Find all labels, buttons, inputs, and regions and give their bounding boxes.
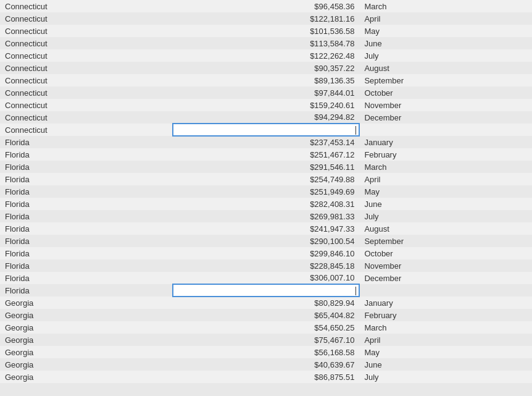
month-cell: July (359, 371, 532, 383)
amount-cell: $94,294.82 (173, 111, 360, 124)
table-row: Florida$299,846.10October (0, 247, 532, 259)
state-cell: Georgia (0, 371, 173, 383)
amount-cell-highlighted[interactable] (173, 124, 360, 136)
state-cell: Florida (0, 198, 173, 210)
state-cell: Georgia (0, 297, 173, 309)
amount-cell: $228,845.18 (173, 259, 360, 272)
table-row: Florida$237,453.14January (0, 136, 532, 148)
month-cell: November (359, 259, 532, 272)
amount-cell: $75,467.10 (173, 334, 360, 346)
month-cell: June (359, 198, 532, 210)
state-cell: Connecticut (0, 49, 173, 62)
amount-cell: $56,168.58 (173, 346, 360, 358)
state-cell: Georgia (0, 346, 173, 358)
month-cell (359, 284, 532, 297)
table-row: Connecticut$113,584.78June (0, 37, 532, 49)
table-row: Georgia$86,875.51July (0, 371, 532, 383)
table-row: Connecticut$101,536.58May (0, 25, 532, 37)
month-cell: June (359, 37, 532, 49)
table-row: Georgia$75,467.10April (0, 334, 532, 346)
amount-cell: $306,007.10 (173, 272, 360, 284)
amount-cell: $122,181.16 (173, 12, 360, 25)
data-table: Connecticut$96,458.36MarchConnecticut$12… (0, 0, 532, 383)
state-cell: Connecticut (0, 37, 173, 49)
amount-cell: $254,749.88 (173, 173, 360, 185)
month-cell: March (359, 161, 532, 173)
amount-cell: $86,875.51 (173, 371, 360, 383)
state-cell: Georgia (0, 309, 173, 321)
month-cell: December (359, 272, 532, 284)
state-cell: Florida (0, 222, 173, 235)
amount-cell: $269,981.33 (173, 210, 360, 222)
amount-cell: $65,404.82 (173, 309, 360, 321)
table-row: Florida$282,408.31June (0, 198, 532, 210)
month-cell: January (359, 136, 532, 148)
amount-cell: $291,546.11 (173, 161, 360, 173)
state-cell: Connecticut (0, 62, 173, 74)
amount-cell: $90,357.22 (173, 62, 360, 74)
month-cell: February (359, 309, 532, 321)
amount-cell-highlighted[interactable] (173, 284, 360, 297)
month-cell: June (359, 358, 532, 371)
amount-cell: $122,262.48 (173, 49, 360, 62)
state-cell: Florida (0, 272, 173, 284)
table-row: Connecticut$90,357.22August (0, 62, 532, 74)
table-row: Florida$269,981.33July (0, 210, 532, 222)
table-row: Florida$251,467.12February (0, 148, 532, 161)
month-cell: August (359, 222, 532, 235)
state-cell: Connecticut (0, 86, 173, 99)
state-cell: Florida (0, 259, 173, 272)
table-row: Connecticut (0, 124, 532, 136)
table-row: Florida$306,007.10December (0, 272, 532, 284)
table-row: Connecticut$96,458.36March (0, 0, 532, 12)
month-cell: January (359, 297, 532, 309)
state-cell: Florida (0, 173, 173, 185)
amount-cell: $241,947.33 (173, 222, 360, 235)
state-cell: Florida (0, 284, 173, 297)
table-row: Florida$228,845.18November (0, 259, 532, 272)
month-cell (359, 124, 532, 136)
month-cell: May (359, 185, 532, 198)
state-cell: Florida (0, 161, 173, 173)
state-cell: Florida (0, 148, 173, 161)
state-cell: Connecticut (0, 25, 173, 37)
amount-cell: $96,458.36 (173, 0, 360, 12)
state-cell: Florida (0, 235, 173, 247)
table-row: Connecticut$122,262.48July (0, 49, 532, 62)
amount-cell: $282,408.31 (173, 198, 360, 210)
amount-cell: $101,536.58 (173, 25, 360, 37)
month-cell: July (359, 49, 532, 62)
amount-cell: $97,844.01 (173, 86, 360, 99)
amount-cell: $251,949.69 (173, 185, 360, 198)
month-cell: April (359, 334, 532, 346)
table-row: Connecticut$97,844.01October (0, 86, 532, 99)
month-cell: November (359, 99, 532, 111)
state-cell: Florida (0, 136, 173, 148)
amount-cell: $40,639.67 (173, 358, 360, 371)
month-cell: April (359, 12, 532, 25)
amount-cell: $89,136.35 (173, 74, 360, 86)
month-cell: August (359, 62, 532, 74)
table-row: Georgia$65,404.82February (0, 309, 532, 321)
table-row: Florida$241,947.33August (0, 222, 532, 235)
month-cell: February (359, 148, 532, 161)
state-cell: Connecticut (0, 0, 173, 12)
state-cell: Connecticut (0, 12, 173, 25)
state-cell: Connecticut (0, 124, 173, 136)
month-cell: September (359, 74, 532, 86)
cursor-indicator (355, 126, 356, 135)
table-row: Florida (0, 284, 532, 297)
table-row: Georgia$56,168.58May (0, 346, 532, 358)
month-cell: May (359, 25, 532, 37)
table-row: Florida$251,949.69May (0, 185, 532, 198)
month-cell: May (359, 346, 532, 358)
amount-cell: $80,829.94 (173, 297, 360, 309)
state-cell: Georgia (0, 321, 173, 334)
table-row: Florida$254,749.88April (0, 173, 532, 185)
cursor-indicator (355, 287, 356, 295)
table-row: Florida$290,100.54September (0, 235, 532, 247)
month-cell: October (359, 247, 532, 259)
table-row: Georgia$40,639.67June (0, 358, 532, 371)
table-row: Connecticut$94,294.82December (0, 111, 532, 124)
amount-cell: $54,650.25 (173, 321, 360, 334)
